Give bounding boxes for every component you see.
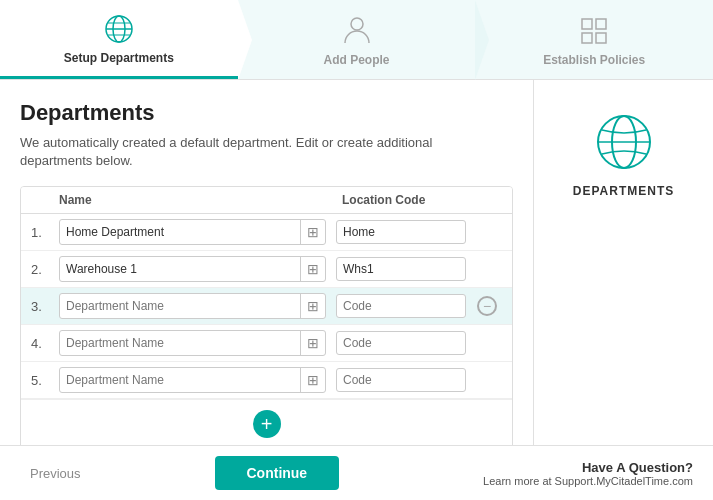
grid-icon[interactable]: ⊞ bbox=[300, 220, 325, 244]
code-input[interactable] bbox=[337, 258, 465, 280]
name-input[interactable] bbox=[60, 332, 300, 354]
previous-button[interactable]: Previous bbox=[20, 460, 91, 487]
code-field-wrap bbox=[336, 294, 466, 318]
name-input[interactable] bbox=[60, 258, 300, 280]
name-input[interactable] bbox=[60, 221, 300, 243]
grid-step-icon bbox=[576, 13, 612, 49]
name-input[interactable] bbox=[60, 295, 300, 317]
step-label-setup: Setup Departments bbox=[64, 51, 174, 65]
footer: Previous Continue Have A Question? Learn… bbox=[0, 445, 713, 500]
help-link[interactable]: Learn more at Support.MyCitadelTime.com bbox=[483, 475, 693, 487]
table-row: 1. ⊞ bbox=[21, 214, 512, 251]
grid-icon[interactable]: ⊞ bbox=[300, 257, 325, 281]
name-field-wrap: ⊞ bbox=[59, 293, 326, 319]
col-name-header: Name bbox=[59, 193, 322, 207]
table-row: 4. ⊞ bbox=[21, 325, 512, 362]
globe-large-icon bbox=[592, 110, 656, 174]
add-department-button[interactable]: + bbox=[253, 410, 281, 438]
svg-rect-7 bbox=[596, 19, 606, 29]
svg-rect-8 bbox=[582, 33, 592, 43]
departments-table: Name Location Code 1. ⊞ 2. bbox=[20, 186, 513, 445]
table-row: 2. ⊞ bbox=[21, 251, 512, 288]
table-row: 3. ⊞ − bbox=[21, 288, 512, 325]
help-section: Have A Question? Learn more at Support.M… bbox=[483, 460, 693, 487]
step-establish-policies[interactable]: Establish Policies bbox=[475, 0, 713, 79]
grid-icon[interactable]: ⊞ bbox=[300, 294, 325, 318]
right-panel-label: DEPARTMENTS bbox=[573, 184, 674, 198]
page-title: Departments bbox=[20, 100, 513, 126]
left-panel: Departments We automatically created a d… bbox=[0, 80, 533, 445]
name-field-wrap: ⊞ bbox=[59, 219, 326, 245]
table-header: Name Location Code bbox=[21, 187, 512, 214]
right-panel: DEPARTMENTS bbox=[533, 80, 713, 445]
row-number: 1. bbox=[31, 225, 59, 240]
step-setup-departments[interactable]: Setup Departments bbox=[0, 0, 238, 79]
table-row: 5. ⊞ bbox=[21, 362, 512, 399]
stepper: Setup Departments Add People Establish P… bbox=[0, 0, 713, 80]
name-field-wrap: ⊞ bbox=[59, 367, 326, 393]
globe-step-icon bbox=[101, 11, 137, 47]
continue-button[interactable]: Continue bbox=[215, 456, 340, 490]
code-input[interactable] bbox=[337, 221, 465, 243]
row-remove-area: − bbox=[472, 296, 502, 316]
code-field-wrap bbox=[336, 220, 466, 244]
svg-rect-9 bbox=[596, 33, 606, 43]
step-add-people[interactable]: Add People bbox=[238, 0, 476, 79]
row-number: 5. bbox=[31, 373, 59, 388]
row-number: 2. bbox=[31, 262, 59, 277]
grid-icon[interactable]: ⊞ bbox=[300, 368, 325, 392]
step-label-policies: Establish Policies bbox=[543, 53, 645, 67]
code-field-wrap bbox=[336, 257, 466, 281]
row-number: 4. bbox=[31, 336, 59, 351]
remove-button[interactable]: − bbox=[477, 296, 497, 316]
name-field-wrap: ⊞ bbox=[59, 330, 326, 356]
svg-rect-6 bbox=[582, 19, 592, 29]
name-field-wrap: ⊞ bbox=[59, 256, 326, 282]
step-label-people: Add People bbox=[324, 53, 390, 67]
code-input[interactable] bbox=[337, 369, 465, 391]
main-content: Departments We automatically created a d… bbox=[0, 80, 713, 445]
person-step-icon bbox=[339, 13, 375, 49]
code-field-wrap bbox=[336, 331, 466, 355]
code-input[interactable] bbox=[337, 295, 465, 317]
help-title: Have A Question? bbox=[483, 460, 693, 475]
row-number: 3. bbox=[31, 299, 59, 314]
grid-icon[interactable]: ⊞ bbox=[300, 331, 325, 355]
add-row: + bbox=[21, 399, 512, 445]
col-action-header bbox=[472, 193, 502, 207]
code-input[interactable] bbox=[337, 332, 465, 354]
page-subtitle: We automatically created a default depar… bbox=[20, 134, 460, 170]
svg-point-5 bbox=[351, 18, 363, 30]
col-num bbox=[31, 193, 59, 207]
name-input[interactable] bbox=[60, 369, 300, 391]
code-field-wrap bbox=[336, 368, 466, 392]
col-code-header: Location Code bbox=[342, 193, 472, 207]
